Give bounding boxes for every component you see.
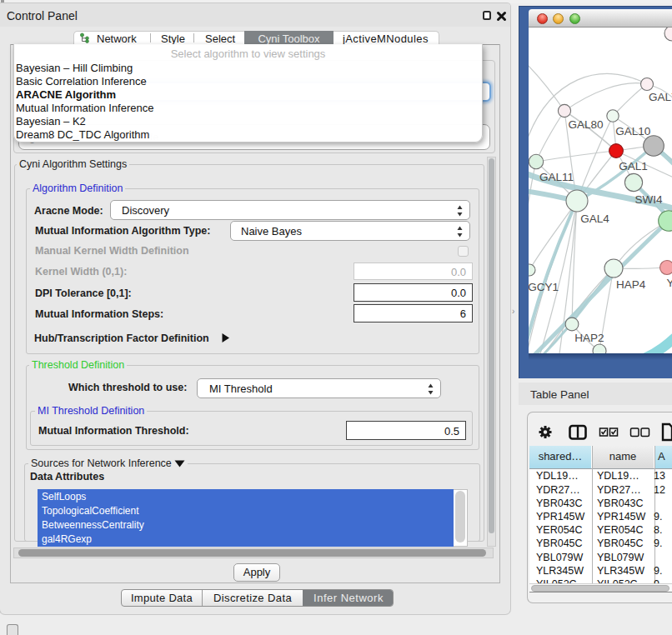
svg-text:GAL4: GAL4 bbox=[580, 212, 609, 225]
svg-text:GAL80: GAL80 bbox=[568, 118, 603, 131]
svg-text:GAL10: GAL10 bbox=[615, 125, 650, 138]
svg-text:GAL1: GAL1 bbox=[619, 160, 648, 172]
svg-text:Y: Y bbox=[666, 277, 672, 289]
svg-text:GAL7: GAL7 bbox=[649, 91, 672, 103]
svg-text:GCY1: GCY1 bbox=[529, 281, 559, 293]
svg-text:GAL11: GAL11 bbox=[539, 171, 574, 183]
svg-text:HAP2: HAP2 bbox=[574, 332, 604, 344]
svg-text:HAP4: HAP4 bbox=[616, 278, 646, 291]
svg-text:SWI4: SWI4 bbox=[634, 193, 662, 206]
